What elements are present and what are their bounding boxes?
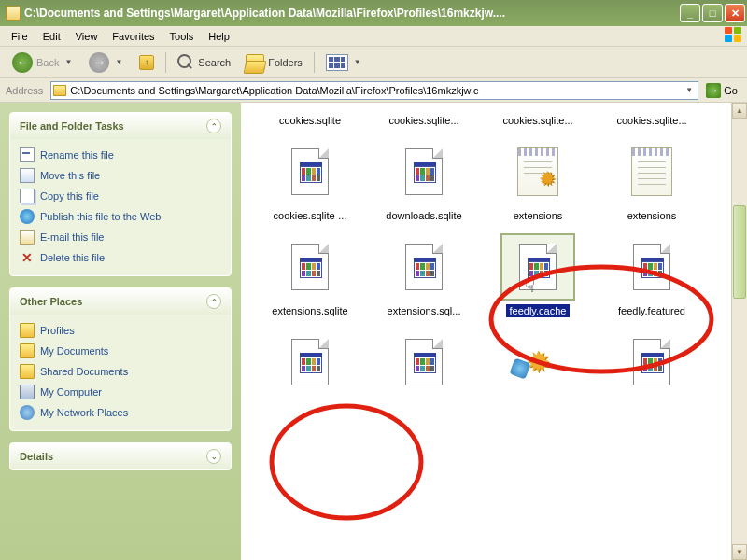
- file-name: cookies.sqlite-...: [270, 209, 351, 222]
- file-name: downloads.sqlite: [382, 209, 465, 222]
- forward-arrow-icon: →: [89, 52, 109, 73]
- file-item[interactable]: extensions: [598, 138, 706, 222]
- address-path: C:\Documents and Settings\Margaret\Appli…: [70, 85, 683, 96]
- task-move-file[interactable]: Move this file: [18, 165, 223, 186]
- back-button[interactable]: ← Back ▼: [6, 49, 80, 77]
- minimize-button[interactable]: _: [680, 4, 700, 22]
- svg-point-1: [272, 406, 421, 518]
- file-name: cookies.sqlite...: [613, 114, 690, 127]
- task-delete-file[interactable]: ✕Delete this file: [18, 247, 223, 268]
- scroll-thumb[interactable]: [733, 205, 746, 299]
- menu-tools[interactable]: Tools: [162, 29, 202, 44]
- file-item[interactable]: cookies.sqlite...: [484, 108, 592, 127]
- file-name: extensions.sqlite: [268, 304, 351, 317]
- collapse-icon[interactable]: ⌃: [206, 294, 221, 309]
- address-dropdown-icon[interactable]: ▼: [683, 86, 696, 94]
- expand-icon[interactable]: ⌄: [206, 449, 221, 464]
- generic-file-icon: [291, 339, 329, 385]
- network-icon: [20, 405, 35, 420]
- file-item[interactable]: ✹: [484, 329, 592, 401]
- folder-icon: [53, 85, 66, 96]
- file-item[interactable]: cookies.sqlite...: [598, 108, 706, 127]
- menu-edit[interactable]: Edit: [35, 29, 68, 44]
- place-my-documents[interactable]: My Documents: [18, 341, 223, 361]
- place-network-places[interactable]: My Network Places: [18, 402, 223, 423]
- task-rename-file[interactable]: Rename this file: [18, 145, 223, 165]
- toolbar-separator: [165, 52, 166, 73]
- generic-file-icon: [633, 244, 670, 290]
- menu-favorites[interactable]: Favorites: [105, 29, 162, 44]
- file-item[interactable]: cookies.sqlite-...: [256, 138, 364, 222]
- panel-header[interactable]: File and Folder Tasks ⌃: [10, 113, 231, 139]
- panel-header[interactable]: Details ⌄: [10, 443, 231, 469]
- file-item[interactable]: extensions: [484, 138, 592, 222]
- window-titlebar: C:\Documents and Settings\Margaret\Appli…: [0, 0, 747, 26]
- view-dropdown-icon[interactable]: ▼: [352, 58, 363, 66]
- address-label: Address: [6, 85, 43, 96]
- collapse-icon[interactable]: ⌃: [206, 119, 221, 133]
- folder-icon: [20, 364, 35, 379]
- file-item[interactable]: extensions.sqlite: [256, 233, 364, 317]
- address-bar: Address C:\Documents and Settings\Margar…: [0, 78, 747, 103]
- go-button[interactable]: → Go: [702, 81, 741, 100]
- file-item[interactable]: extensions.sql...: [370, 233, 478, 317]
- folders-button[interactable]: Folders: [239, 50, 309, 75]
- file-item[interactable]: feedly.featured: [598, 233, 706, 317]
- menu-file[interactable]: File: [4, 29, 35, 44]
- rename-icon: [20, 147, 35, 162]
- search-label: Search: [198, 57, 231, 68]
- generic-file-icon: [405, 339, 443, 385]
- annotation-circle: [267, 392, 444, 532]
- scroll-up-button[interactable]: ▲: [732, 103, 747, 119]
- delete-x-icon: ✕: [20, 250, 35, 265]
- file-list-pane[interactable]: cookies.sqlite cookies.sqlite... cookies…: [241, 103, 747, 560]
- folders-label: Folders: [268, 57, 303, 68]
- forward-button[interactable]: → ▼: [82, 49, 131, 77]
- search-button[interactable]: Search: [171, 50, 237, 75]
- place-my-computer[interactable]: My Computer: [18, 382, 223, 402]
- address-field[interactable]: C:\Documents and Settings\Margaret\Appli…: [50, 81, 698, 100]
- scroll-down-button[interactable]: ▼: [732, 544, 747, 560]
- file-item[interactable]: [370, 329, 478, 401]
- file-folder-tasks-panel: File and Folder Tasks ⌃ Rename this file…: [9, 112, 232, 276]
- search-icon: [177, 54, 194, 71]
- file-name: [306, 399, 314, 401]
- menu-help[interactable]: Help: [201, 29, 237, 44]
- notepad-file-icon: [631, 147, 672, 196]
- view-mode-button[interactable]: ▼: [319, 50, 370, 75]
- task-copy-file[interactable]: Copy this file: [18, 186, 223, 206]
- file-item[interactable]: cookies.sqlite: [256, 108, 364, 127]
- copy-icon: [20, 189, 35, 203]
- panel-header[interactable]: Other Places ⌃: [10, 288, 231, 315]
- file-item[interactable]: cookies.sqlite...: [370, 108, 478, 127]
- generic-file-icon: [291, 244, 329, 290]
- menu-bar: File Edit View Favorites Tools Help: [0, 26, 747, 47]
- generic-file-icon: [633, 339, 670, 385]
- file-item[interactable]: downloads.sqlite: [370, 138, 478, 222]
- file-item[interactable]: [256, 329, 364, 401]
- panel-title: File and Folder Tasks: [20, 120, 124, 132]
- task-email-file[interactable]: E-mail this file: [18, 227, 223, 247]
- vertical-scrollbar[interactable]: ▲ ▼: [731, 103, 747, 560]
- forward-dropdown-icon[interactable]: ▼: [113, 58, 124, 66]
- place-profiles[interactable]: Profiles: [18, 320, 223, 341]
- back-dropdown-icon[interactable]: ▼: [63, 58, 74, 66]
- generic-file-icon: [405, 148, 443, 195]
- maximize-button[interactable]: □: [702, 4, 723, 22]
- back-arrow-icon: ←: [12, 52, 33, 73]
- window-title: C:\Documents and Settings\Margaret\Appli…: [24, 7, 680, 20]
- file-name: cookies.sqlite: [275, 114, 345, 127]
- extension-gear-icon: ✹: [520, 344, 556, 380]
- close-button[interactable]: ✕: [725, 4, 745, 22]
- task-publish-web[interactable]: Publish this file to the Web: [18, 206, 223, 227]
- folders-icon: [246, 54, 264, 71]
- file-name: extensions.sql...: [384, 304, 465, 317]
- notepad-gear-icon: [517, 147, 558, 196]
- view-icon: [326, 54, 348, 71]
- up-button[interactable]: ↑: [133, 51, 161, 74]
- folder-icon: [20, 323, 35, 338]
- file-item[interactable]: ☟ feedly.cache: [484, 233, 592, 317]
- menu-view[interactable]: View: [68, 29, 106, 44]
- place-shared-documents[interactable]: Shared Documents: [18, 361, 223, 382]
- file-item[interactable]: [598, 329, 706, 401]
